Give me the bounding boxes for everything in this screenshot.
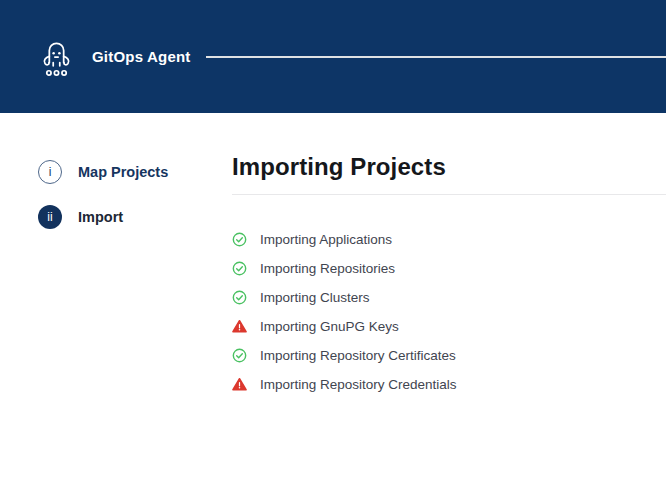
task-row-importing-repository-credentials: Importing Repository Credentials (232, 370, 666, 399)
warning-triangle-icon (232, 377, 247, 392)
task-row-importing-gnupg-keys: Importing GnuPG Keys (232, 312, 666, 341)
brand-title: GitOps Agent (92, 48, 191, 65)
task-label: Importing Repositories (260, 261, 395, 276)
page-title: Importing Projects (232, 152, 666, 181)
task-row-importing-repositories: Importing Repositories (232, 254, 666, 283)
task-label: Importing Repository Credentials (260, 377, 457, 392)
steps-sidebar: i Map Projects ii Import (0, 113, 232, 399)
step-label: Import (78, 209, 123, 225)
task-row-importing-repository-certificates: Importing Repository Certificates (232, 341, 666, 370)
task-list: Importing Applications Importing Reposit… (232, 225, 666, 399)
task-label: Importing Applications (260, 232, 392, 247)
app-header: GitOps Agent (0, 0, 666, 113)
task-label: Importing GnuPG Keys (260, 319, 399, 334)
title-divider (232, 194, 666, 195)
step-number-badge: ii (38, 205, 62, 229)
task-row-importing-applications: Importing Applications (232, 225, 666, 254)
sidebar-step-import[interactable]: ii Import (0, 205, 232, 229)
warning-triangle-icon (232, 319, 247, 334)
header-divider-line (206, 56, 666, 58)
main-panel: Importing Projects Importing Application… (232, 113, 666, 399)
check-circle-icon (232, 348, 247, 363)
check-circle-icon (232, 290, 247, 305)
check-circle-icon (232, 261, 247, 276)
brand: GitOps Agent (38, 36, 191, 77)
step-number-badge: i (38, 160, 62, 184)
task-label: Importing Repository Certificates (260, 348, 456, 363)
step-label: Map Projects (78, 164, 168, 180)
content-area: i Map Projects ii Import Importing Proje… (0, 113, 666, 399)
task-row-importing-clusters: Importing Clusters (232, 283, 666, 312)
check-circle-icon (232, 232, 247, 247)
app-root: GitOps Agent i Map Projects ii Import Im… (0, 0, 666, 399)
squid-logo-icon (38, 36, 75, 77)
sidebar-step-map-projects[interactable]: i Map Projects (0, 160, 232, 184)
task-label: Importing Clusters (260, 290, 370, 305)
